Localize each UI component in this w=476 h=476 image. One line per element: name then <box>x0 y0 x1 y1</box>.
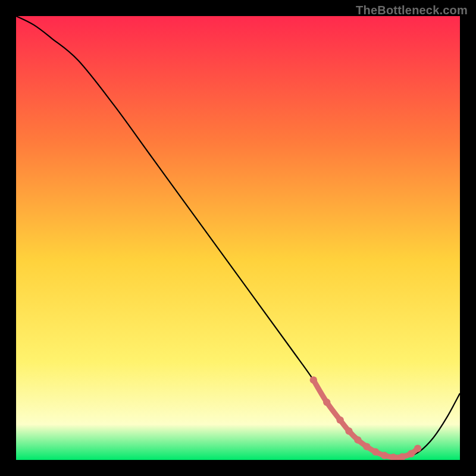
valley-marker-dot <box>408 450 415 457</box>
chart-svg <box>16 16 460 460</box>
gradient-background <box>16 16 460 460</box>
valley-marker-dot <box>310 377 317 384</box>
valley-marker-dot <box>345 427 352 434</box>
chart-container: TheBottleneck.com <box>0 0 476 476</box>
plot-area <box>16 16 460 460</box>
valley-marker-dot <box>381 452 388 459</box>
valley-marker-dot <box>372 448 379 455</box>
valley-marker-dot <box>323 399 330 406</box>
valley-marker-dot <box>336 416 343 424</box>
valley-marker-dot <box>363 443 370 450</box>
valley-marker-dot <box>354 436 361 443</box>
valley-marker-dot <box>414 444 421 452</box>
watermark-text: TheBottleneck.com <box>356 4 468 17</box>
